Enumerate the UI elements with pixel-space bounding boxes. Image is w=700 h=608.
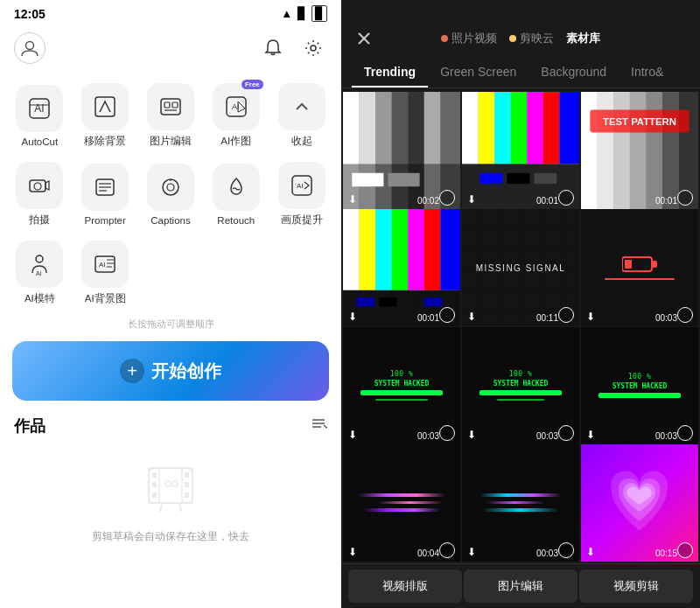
svg-rect-71: [630, 92, 647, 209]
svg-point-41: [172, 481, 178, 486]
settings-button[interactable]: [299, 34, 327, 62]
sort-icon[interactable]: [310, 415, 327, 437]
tool-remove-bg[interactable]: 移除背景: [73, 76, 138, 155]
hacked-bar-5: [598, 393, 681, 398]
category-intro-label: Intro&: [631, 65, 663, 79]
tool-collapse[interactable]: 收起: [269, 76, 334, 155]
right-status-bar: [341, 0, 700, 21]
svg-rect-53: [352, 173, 383, 186]
tool-prompter[interactable]: Prompter: [73, 155, 138, 234]
photo-tab-dot: [441, 35, 448, 42]
svg-rect-64: [480, 173, 503, 184]
media-duration-5: 00:03: [655, 313, 677, 323]
download-icon-7: ⬇: [467, 429, 476, 441]
tool-shoot-label: 拍摄: [29, 213, 50, 227]
tool-ai-model-icon: AI: [16, 241, 63, 288]
notification-button[interactable]: [259, 34, 287, 62]
select-circle-11[interactable]: [677, 542, 693, 558]
image-edit-button[interactable]: 图片编辑: [464, 570, 578, 603]
svg-point-18: [167, 184, 174, 191]
category-intro[interactable]: Intro&: [619, 58, 676, 87]
svg-point-17: [163, 179, 178, 195]
media-item-9[interactable]: ⬇ 00:04: [343, 444, 460, 562]
tab-photos[interactable]: 照片视频: [438, 29, 500, 48]
tool-enhance-label: 画质提升: [281, 213, 323, 227]
svg-rect-54: [388, 173, 420, 186]
select-circle-6[interactable]: [439, 425, 455, 441]
tool-autocut-icon: AI: [16, 85, 63, 132]
svg-point-12: [34, 183, 41, 190]
category-green-screen[interactable]: Green Screen: [428, 58, 528, 87]
right-top-bar: 照片视频 剪映云 素材库: [341, 21, 700, 58]
missing-signal-text: MISSING SIGNAL: [476, 263, 566, 273]
media-item-4[interactable]: MISSING SIGNAL ⬇ 00:11: [462, 209, 579, 326]
tool-retouch-icon: [213, 164, 260, 211]
video-arrange-button[interactable]: 视频排版: [348, 570, 462, 603]
media-item-0[interactable]: ⬇ 00:02: [343, 92, 460, 209]
tool-ai-draw-icon: Free AI: [213, 83, 260, 130]
tool-autocut-label: AutoCut: [22, 136, 59, 147]
avatar[interactable]: [14, 32, 46, 64]
media-item-8[interactable]: 100 % SYSTEM HACKED ⬇ 00:03: [581, 327, 698, 444]
hacked-label-2: SYSTEM HACKED: [494, 380, 549, 388]
select-circle-0[interactable]: [439, 190, 455, 206]
svg-rect-81: [392, 209, 409, 290]
tool-shoot-icon: [16, 162, 63, 209]
hacked-label-1: SYSTEM HACKED: [374, 380, 430, 388]
tool-ai-draw[interactable]: Free AI AI作图: [203, 76, 269, 155]
media-item-6[interactable]: 100 % SYSTEM HACKED ⬇ 00:03: [343, 327, 460, 444]
tool-shoot[interactable]: 拍摄: [7, 155, 73, 234]
svg-point-0: [26, 42, 34, 50]
signal-icon: ▊: [298, 7, 306, 20]
create-button[interactable]: + 开始创作: [12, 341, 329, 401]
create-btn-text: 开始创作: [151, 360, 221, 383]
svg-rect-91: [652, 261, 657, 268]
video-edit-button[interactable]: 视频剪辑: [579, 570, 693, 603]
tab-cloud[interactable]: 剪映云: [506, 29, 557, 48]
select-circle-1[interactable]: [558, 190, 574, 206]
tool-captions[interactable]: Captions: [138, 155, 204, 234]
svg-rect-58: [494, 92, 511, 164]
tool-ai-bg[interactable]: AI AI背景图: [73, 234, 138, 312]
svg-rect-36: [185, 482, 189, 487]
select-circle-2[interactable]: [677, 190, 693, 206]
tool-ai-model[interactable]: AI AI模特: [7, 234, 73, 312]
category-background-label: Background: [541, 65, 606, 79]
svg-rect-37: [185, 493, 189, 498]
tool-captions-label: Captions: [150, 215, 190, 226]
select-circle-8[interactable]: [677, 425, 693, 441]
right-panel: 照片视频 剪映云 素材库 Trending Green Screen Backg…: [341, 0, 700, 608]
tool-collapse-icon: [278, 83, 326, 130]
media-item-2[interactable]: TEST PATTERN ⬇ 00:01: [581, 92, 698, 209]
media-duration-4: 00:11: [536, 313, 558, 323]
media-item-5[interactable]: ⬇ 00:03: [581, 209, 698, 326]
tool-retouch[interactable]: Retouch: [203, 155, 269, 234]
media-item-10[interactable]: ⬇ 00:03: [462, 444, 579, 562]
svg-rect-33: [152, 482, 157, 487]
media-item-11[interactable]: ⬇ 00:15: [581, 444, 698, 562]
glitch-line-4: [480, 493, 562, 497]
tool-remove-bg-label: 移除背景: [84, 135, 126, 148]
svg-rect-61: [543, 92, 560, 164]
close-button[interactable]: [352, 26, 376, 51]
tool-autocut[interactable]: AI AutoCut: [7, 76, 73, 155]
media-duration-10: 00:03: [536, 549, 558, 558]
media-item-7[interactable]: 100 % SYSTEM HACKED ⬇ 00:03: [462, 327, 579, 444]
category-trending[interactable]: Trending: [352, 58, 428, 87]
download-icon-1: ⬇: [467, 193, 476, 206]
select-circle-9[interactable]: [439, 542, 455, 558]
svg-rect-89: [424, 297, 443, 306]
status-time: 12:05: [14, 7, 46, 21]
status-icons: ▲ ▊ ▊: [281, 5, 327, 22]
media-item-1[interactable]: ⬇ 00:01: [462, 92, 579, 209]
select-circle-10[interactable]: [558, 542, 574, 558]
tab-library[interactable]: 素材库: [563, 29, 604, 48]
hacked-text-2: 100 %: [509, 370, 533, 378]
tool-image-edit[interactable]: 图片编辑: [138, 76, 204, 155]
select-circle-7[interactable]: [558, 425, 574, 441]
tool-enhance[interactable]: AI 画质提升: [269, 155, 334, 234]
category-background[interactable]: Background: [528, 58, 619, 87]
media-item-3[interactable]: ⬇ 00:01: [343, 209, 460, 326]
media-duration-11: 00:15: [655, 549, 677, 558]
svg-rect-69: [598, 92, 614, 209]
